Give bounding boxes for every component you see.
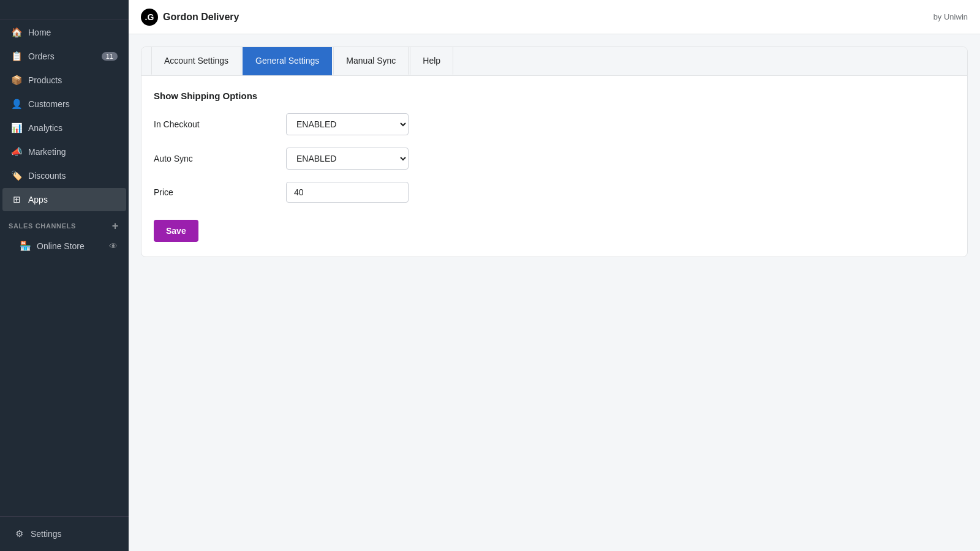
main-area: .G Gordon Delivery by Uniwin Account Set…: [129, 0, 980, 551]
sidebar-item-settings[interactable]: ⚙ Settings: [5, 522, 124, 545]
sidebar-item-home[interactable]: 🏠 Home: [2, 21, 126, 44]
marketing-icon: 📣: [11, 146, 22, 157]
label-in-checkout: In Checkout: [154, 119, 276, 129]
sidebar-channel-online-store[interactable]: 🏪 Online Store 👁: [2, 236, 126, 257]
settings-icon: ⚙: [13, 528, 24, 539]
sidebar-item-label: Analytics: [28, 123, 62, 133]
sidebar: 🏠 Home 📋 Orders 11 📦 Products 👤 Customer…: [0, 0, 129, 551]
sidebar-header: [0, 0, 129, 20]
add-sales-channel-button[interactable]: +: [111, 219, 120, 233]
sidebar-item-customers[interactable]: 👤 Customers: [2, 92, 126, 116]
form-row-price: Price: [154, 182, 955, 203]
tab-manual-sync[interactable]: Manual Sync: [333, 47, 409, 75]
sidebar-item-label: Customers: [28, 99, 70, 109]
save-button[interactable]: Save: [154, 220, 198, 242]
sidebar-item-label: Discounts: [28, 171, 66, 181]
tab-help[interactable]: Help: [410, 47, 453, 75]
sidebar-item-label: Home: [28, 28, 51, 37]
products-icon: 📦: [11, 75, 22, 86]
sidebar-channels: 🏪 Online Store 👁: [0, 235, 129, 257]
form-fields: In CheckoutENABLEDDISABLEDAuto SyncENABL…: [154, 113, 955, 203]
sidebar-item-label: Marketing: [28, 147, 66, 157]
tabs-bar: Account SettingsGeneral SettingsManual S…: [141, 47, 967, 76]
brand-logo: .G: [141, 9, 158, 26]
sidebar-item-discounts[interactable]: 🏷️ Discounts: [2, 164, 126, 187]
content-area: Account SettingsGeneral SettingsManual S…: [129, 34, 980, 551]
tab-account-settings[interactable]: Account Settings: [151, 47, 241, 75]
sidebar-item-marketing[interactable]: 📣 Marketing: [2, 140, 126, 163]
customers-icon: 👤: [11, 99, 22, 110]
channel-eye-icon[interactable]: 👁: [109, 241, 118, 251]
settings-label: Settings: [31, 529, 62, 539]
sidebar-item-apps[interactable]: ⊞ Apps: [2, 188, 126, 211]
card-body: Show Shipping Options In CheckoutENABLED…: [141, 76, 967, 257]
sidebar-item-label: Products: [28, 75, 62, 85]
brand: .G Gordon Delivery: [141, 9, 239, 26]
input-price[interactable]: [286, 182, 409, 203]
channel-label: Online Store: [37, 241, 85, 251]
sidebar-item-products[interactable]: 📦 Products: [2, 69, 126, 92]
sidebar-navigation: 🏠 Home 📋 Orders 11 📦 Products 👤 Customer…: [0, 20, 129, 212]
tab-general-settings[interactable]: General Settings: [243, 47, 332, 75]
sidebar-item-label: Orders: [28, 51, 55, 61]
main-card: Account SettingsGeneral SettingsManual S…: [141, 47, 968, 257]
store-icon: 🏪: [20, 241, 31, 252]
discounts-icon: 🏷️: [11, 170, 22, 181]
topbar-by-label: by Uniwin: [933, 12, 968, 21]
sidebar-settings: ⚙ Settings: [0, 516, 129, 551]
form-row-auto-sync: Auto SyncENABLEDDISABLED: [154, 148, 955, 170]
form-section-title: Show Shipping Options: [154, 91, 955, 101]
orders-icon: 📋: [11, 51, 22, 62]
badge-orders: 11: [102, 52, 118, 61]
input-auto-sync[interactable]: ENABLEDDISABLED: [286, 148, 409, 170]
sidebar-item-label: Apps: [28, 195, 48, 204]
sales-channels-section: SALES CHANNELS +: [0, 212, 129, 235]
label-price: Price: [154, 187, 276, 197]
form-row-in-checkout: In CheckoutENABLEDDISABLED: [154, 113, 955, 135]
apps-icon: ⊞: [11, 194, 22, 205]
input-in-checkout[interactable]: ENABLEDDISABLED: [286, 113, 409, 135]
sidebar-item-analytics[interactable]: 📊 Analytics: [2, 116, 126, 140]
sidebar-item-orders[interactable]: 📋 Orders 11: [2, 45, 126, 68]
brand-name: Gordon Delivery: [163, 12, 239, 23]
analytics-icon: 📊: [11, 122, 22, 133]
label-auto-sync: Auto Sync: [154, 154, 276, 163]
sales-channels-label: SALES CHANNELS: [9, 222, 76, 230]
home-icon: 🏠: [11, 27, 22, 38]
topbar: .G Gordon Delivery by Uniwin: [129, 0, 980, 34]
